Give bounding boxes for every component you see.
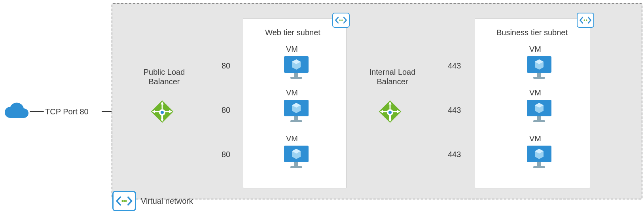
vm-icon bbox=[283, 55, 309, 79]
vm-icon bbox=[526, 55, 552, 79]
svg-rect-49 bbox=[537, 73, 541, 77]
svg-point-63 bbox=[121, 200, 123, 202]
svg-rect-50 bbox=[533, 77, 545, 79]
cloud-icon bbox=[4, 102, 29, 119]
svg-rect-21 bbox=[290, 77, 302, 79]
port-label-web-3: 80 bbox=[220, 150, 232, 159]
vm-label-web-3: VM bbox=[286, 134, 298, 143]
svg-point-65 bbox=[125, 200, 127, 202]
port-label-web-1: 80 bbox=[220, 61, 232, 70]
subnet-badge-icon bbox=[577, 13, 594, 28]
vm-label-web-2: VM bbox=[286, 88, 298, 97]
port-label-biz-1: 443 bbox=[446, 61, 462, 70]
vm-label-biz-3: VM bbox=[529, 134, 541, 143]
internal-lb-label: Internal Load Balancer bbox=[361, 67, 424, 86]
subnet-badge-icon bbox=[332, 13, 350, 28]
vm-label-web-1: VM bbox=[286, 44, 298, 54]
vm-icon bbox=[526, 99, 552, 123]
port-label-biz-2: 443 bbox=[446, 105, 462, 115]
svg-rect-25 bbox=[294, 116, 298, 120]
svg-point-17 bbox=[339, 19, 341, 21]
svg-rect-20 bbox=[294, 73, 298, 77]
public-lb-label: Public Load Balancer bbox=[134, 67, 194, 86]
vnet-badge-icon bbox=[112, 191, 136, 211]
svg-rect-59 bbox=[537, 162, 541, 166]
svg-rect-60 bbox=[533, 166, 545, 168]
web-subnet-title: Web tier subnet bbox=[249, 28, 336, 37]
svg-rect-16 bbox=[161, 115, 163, 120]
vnet-label: Virtual network bbox=[141, 196, 193, 206]
diagram-canvas: TCP Port 80 Public Load Balancer 80 80 8… bbox=[0, 0, 644, 220]
port-label-web-2: 80 bbox=[220, 105, 232, 115]
svg-point-47 bbox=[586, 19, 587, 21]
public-load-balancer-icon bbox=[150, 99, 175, 124]
svg-rect-26 bbox=[290, 120, 302, 122]
svg-point-15 bbox=[161, 111, 164, 114]
svg-point-64 bbox=[123, 200, 125, 202]
vm-icon bbox=[283, 145, 309, 169]
vm-label-biz-2: VM bbox=[529, 88, 541, 97]
svg-point-18 bbox=[341, 19, 343, 21]
port-label-biz-3: 443 bbox=[446, 150, 462, 159]
business-subnet-title: Business tier subnet bbox=[483, 28, 581, 37]
svg-rect-45 bbox=[389, 115, 391, 120]
vm-label-biz-1: VM bbox=[529, 44, 541, 54]
cloud-port-label: TCP Port 80 bbox=[45, 107, 89, 116]
vm-icon bbox=[526, 145, 552, 169]
svg-rect-55 bbox=[533, 120, 545, 122]
internal-load-balancer-icon bbox=[377, 99, 403, 124]
vm-icon bbox=[283, 99, 309, 123]
svg-rect-31 bbox=[290, 166, 302, 168]
svg-point-46 bbox=[584, 19, 585, 21]
svg-rect-54 bbox=[537, 116, 541, 120]
svg-point-44 bbox=[388, 111, 392, 114]
svg-rect-30 bbox=[294, 162, 298, 166]
